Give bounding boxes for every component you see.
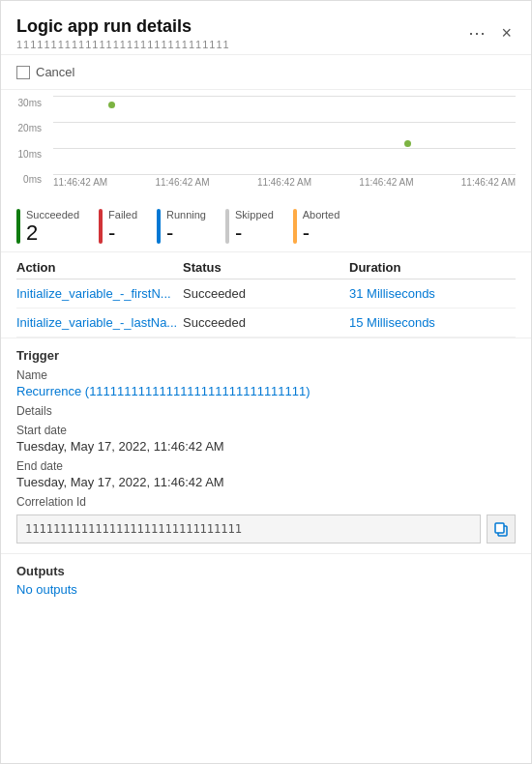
xlabel-4: 11:46:42 AM — [461, 177, 516, 188]
row1-duration: 31 Milliseconds — [349, 286, 516, 301]
hline-top — [53, 96, 516, 97]
status-count-aborted: - — [303, 222, 340, 244]
status-name-skipped: Skipped — [235, 209, 274, 220]
copy-button[interactable] — [487, 514, 516, 544]
trigger-section: Trigger Name Recurrence (111111111111111… — [1, 338, 531, 554]
chart-dot-2 — [404, 140, 411, 147]
status-name-aborted: Aborted — [303, 209, 340, 220]
status-count-skipped: - — [235, 222, 274, 244]
row2-action[interactable]: Initialize_variable_-_lastNa... — [16, 315, 183, 330]
svg-rect-1 — [495, 523, 504, 533]
col-duration: Duration — [349, 260, 516, 275]
status-name-running: Running — [166, 209, 206, 220]
status-skipped: Skipped - — [225, 209, 274, 244]
status-bar-skipped — [225, 209, 229, 244]
header-left: Logic app run details 111111111111111111… — [16, 16, 464, 50]
outputs-section: Outputs No outputs — [1, 554, 531, 606]
table-row: Initialize_variable_-_lastNa... Succeede… — [16, 309, 516, 338]
end-date-label: End date — [16, 459, 516, 473]
outputs-label: Outputs — [16, 564, 516, 578]
cancel-checkbox[interactable] — [16, 66, 30, 79]
ylabel-30: 30ms — [18, 98, 42, 108]
hline-mid2 — [53, 148, 516, 149]
header: Logic app run details 111111111111111111… — [1, 1, 531, 55]
ylabel-10: 10ms — [18, 149, 42, 160]
chart-grid — [53, 96, 516, 175]
chart-dot-1 — [108, 102, 115, 108]
ylabel-0: 0ms — [23, 174, 42, 185]
status-count-succeeded: 2 — [26, 222, 79, 244]
chart-xaxis: 11:46:42 AM 11:46:42 AM 11:46:42 AM 11:4… — [53, 175, 516, 191]
name-label: Name — [16, 368, 516, 382]
row1-action[interactable]: Initialize_variable_-_firstN... — [16, 286, 183, 301]
header-icons: ⋯ × — [464, 16, 516, 45]
details-label: Details — [16, 404, 516, 418]
status-bar-running — [157, 209, 161, 244]
correlation-row — [16, 514, 516, 544]
trigger-label: Trigger — [16, 348, 516, 363]
status-name-failed: Failed — [108, 209, 137, 220]
status-bar-aborted — [293, 209, 297, 244]
table-row: Initialize_variable_-_firstN... Succeede… — [16, 279, 516, 309]
status-aborted: Aborted - — [293, 209, 340, 244]
col-status: Status — [183, 260, 349, 275]
xlabel-0: 11:46:42 AM — [53, 177, 107, 188]
start-date-value: Tuesday, May 17, 2022, 11:46:42 AM — [16, 439, 516, 454]
row1-status: Succeeded — [183, 286, 349, 301]
ylabel-20: 20ms — [18, 123, 42, 133]
table-header: Action Status Duration — [16, 252, 516, 279]
status-failed: Failed - — [99, 209, 137, 244]
status-count-running: - — [166, 222, 206, 244]
status-running: Running - — [157, 209, 206, 244]
header-subtitle: 1111111111111111111111111111111 — [16, 39, 464, 50]
correlation-input[interactable] — [16, 514, 481, 544]
chart-area: 30ms 20ms 10ms 0ms 11:46:42 AM 11:46:42 … — [1, 90, 531, 201]
status-bar-failed — [99, 209, 103, 244]
table-section: Action Status Duration Initialize_variab… — [1, 252, 531, 338]
hline-bottom — [53, 174, 516, 175]
correlation-label: Correlation Id — [16, 495, 516, 509]
chart-yaxis: 30ms 20ms 10ms 0ms — [1, 98, 45, 185]
status-succeeded: Succeeded 2 — [16, 209, 79, 244]
panel: Logic app run details 111111111111111111… — [0, 0, 532, 764]
xlabel-2: 11:46:42 AM — [257, 177, 311, 188]
end-date-value: Tuesday, May 17, 2022, 11:46:42 AM — [16, 475, 516, 489]
xlabel-1: 11:46:42 AM — [155, 177, 209, 188]
copy-icon — [493, 521, 509, 537]
status-bar-succeeded — [16, 209, 20, 244]
status-name-succeeded: Succeeded — [26, 209, 79, 220]
row2-duration: 15 Milliseconds — [349, 315, 516, 330]
cancel-row: Cancel — [1, 55, 531, 90]
status-row: Succeeded 2 Failed - Running - Skipped - — [1, 201, 531, 252]
xlabel-3: 11:46:42 AM — [359, 177, 413, 188]
close-button[interactable]: × — [497, 21, 516, 45]
trigger-name-value[interactable]: Recurrence (1111111111111111111111111111… — [16, 384, 516, 398]
row2-status: Succeeded — [183, 315, 349, 330]
no-outputs: No outputs — [16, 582, 516, 597]
status-count-failed: - — [108, 222, 137, 244]
start-date-label: Start date — [16, 424, 516, 437]
page-title: Logic app run details — [16, 16, 464, 37]
more-button[interactable]: ⋯ — [464, 20, 489, 45]
cancel-label: Cancel — [36, 65, 74, 79]
col-action: Action — [16, 260, 183, 275]
hline-mid1 — [53, 122, 516, 123]
